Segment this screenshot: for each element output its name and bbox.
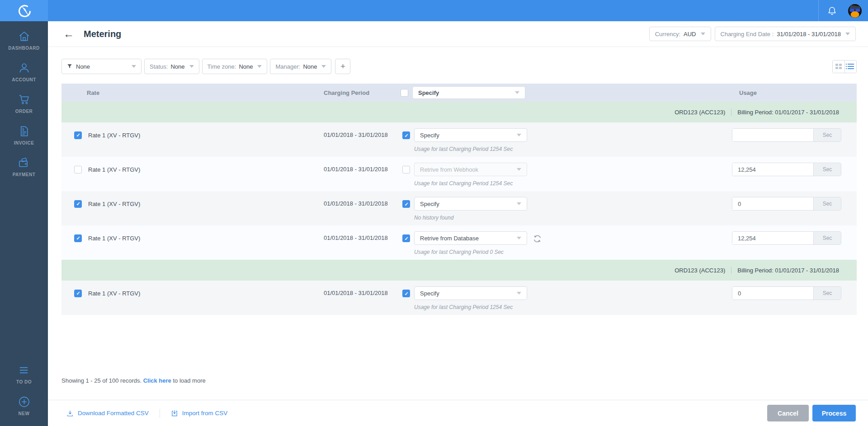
sec-unit-button[interactable]: Sec	[813, 287, 841, 300]
usage-method-value: Specify	[420, 201, 439, 207]
sidebar: DASHBOARD ACCOUNT ORDER $ INVOICE	[0, 21, 48, 426]
method-checkbox[interactable]	[402, 166, 410, 173]
sec-unit-button[interactable]: Sec	[813, 197, 841, 210]
usage-helper-text: No history found	[414, 215, 527, 221]
currency-select[interactable]: Currency: AUD	[649, 27, 711, 41]
sidebar-item-invoice[interactable]: $ INVOICE	[14, 125, 34, 145]
usage-input[interactable]	[732, 163, 813, 176]
load-more-link[interactable]: Click here	[143, 377, 171, 384]
todo-list-icon	[18, 364, 30, 376]
app-logo[interactable]	[0, 0, 48, 21]
usage-method-select[interactable]: Specify	[414, 197, 527, 211]
usage-method-select[interactable]: Specify	[414, 128, 527, 142]
page-header: ← Metering Currency: AUD Charging End Da…	[48, 21, 868, 47]
compass-logo-icon	[16, 3, 32, 19]
rate-name: Rate 1 (XV - RTGV)	[88, 235, 140, 242]
usage-method-select[interactable]: Specify	[414, 286, 527, 300]
method-checkbox[interactable]	[402, 200, 410, 208]
bottom-action-bar: Download Formatted CSV Import from CSV C…	[48, 400, 868, 426]
add-filter-button[interactable]: +	[335, 59, 350, 74]
process-button[interactable]: Process	[812, 405, 856, 421]
row-select-checkbox[interactable]	[74, 290, 82, 297]
sidebar-item-account[interactable]: ACCOUNT	[12, 62, 36, 82]
select-all-method-checkbox[interactable]	[401, 89, 408, 97]
bulk-usage-method-select[interactable]: Specify	[412, 86, 525, 99]
primary-filter-select[interactable]: None	[61, 59, 142, 74]
chevron-down-icon	[132, 65, 136, 68]
usage-field-group: Sec	[732, 231, 841, 245]
sidebar-item-order[interactable]: ORDER	[15, 94, 33, 114]
status-filter-label: Status:	[150, 63, 168, 70]
usage-helper-text: Usage for last Charging Period 1254 Sec	[414, 180, 527, 187]
cancel-button[interactable]: Cancel	[767, 405, 809, 421]
back-arrow-icon[interactable]: ←	[63, 28, 74, 39]
chevron-down-icon	[845, 33, 850, 35]
timezone-filter-select[interactable]: Time zone: None	[202, 59, 268, 74]
sec-unit-button[interactable]: Sec	[813, 129, 841, 141]
download-icon	[66, 410, 74, 417]
usage-method-select[interactable]: Retrive from Webhook	[414, 163, 527, 176]
sidebar-item-todo[interactable]: TO DO	[16, 364, 32, 384]
chevron-down-icon	[517, 237, 521, 239]
usage-input[interactable]	[732, 197, 813, 210]
row-select-checkbox[interactable]	[74, 166, 82, 173]
rate-name: Rate 1 (XV - RTGV)	[88, 290, 140, 297]
person-icon	[18, 62, 30, 74]
bulk-usage-method-value: Specify	[418, 89, 439, 96]
method-checkbox[interactable]	[402, 290, 410, 297]
chevron-down-icon	[701, 33, 705, 35]
method-checkbox[interactable]	[402, 131, 410, 139]
metering-table: Rate Charging Period Specify Usage ORD12…	[61, 84, 857, 315]
manager-filter-value: None	[303, 63, 317, 70]
chevron-down-icon	[517, 168, 521, 171]
usage-input[interactable]	[732, 287, 813, 300]
refresh-icon[interactable]	[533, 234, 542, 245]
sidebar-item-payment[interactable]: PAYMENT	[13, 157, 36, 177]
usage-input[interactable]	[732, 129, 813, 141]
usage-field-group: Sec	[732, 197, 841, 211]
billing-period: Billing Period: 01/01/2017 - 31/01/2018	[737, 109, 839, 116]
usage-method-value: Specify	[420, 290, 439, 297]
view-toggle	[832, 60, 857, 73]
download-csv-link[interactable]: Download Formatted CSV	[66, 410, 149, 417]
table-row: Rate 1 (XV - RTGV) 01/01/2018 - 31/01/20…	[61, 281, 857, 315]
sec-unit-button[interactable]: Sec	[813, 163, 841, 176]
filter-funnel-icon	[67, 64, 72, 69]
rate-name: Rate 1 (XV - RTGV)	[88, 132, 140, 139]
method-checkbox[interactable]	[402, 234, 410, 242]
header-controls: Currency: AUD Charging End Date : 31/01/…	[649, 27, 856, 41]
import-csv-link[interactable]: Import from CSV	[171, 410, 228, 417]
charging-period-column-header: Charging Period	[324, 89, 401, 96]
usage-input[interactable]	[732, 232, 813, 244]
usage-field-group: Sec	[732, 128, 841, 142]
table-row: Rate 1 (XV - RTGV) 01/01/2018 - 31/01/20…	[61, 157, 857, 191]
sec-unit-button[interactable]: Sec	[813, 232, 841, 244]
row-select-checkbox[interactable]	[74, 200, 82, 208]
timezone-filter-label: Time zone:	[208, 63, 236, 70]
row-select-checkbox[interactable]	[74, 131, 82, 139]
charging-end-date-select[interactable]: Charging End Date : 31/01/2018 - 31/01/2…	[715, 27, 856, 41]
row-select-checkbox[interactable]	[74, 234, 82, 242]
usage-method-select[interactable]: Retrive from Database	[414, 231, 527, 245]
status-filter-value: None	[170, 63, 184, 70]
records-summary-text: Showing 1 - 25 of 100 records.	[61, 377, 142, 384]
sidebar-item-new[interactable]: NEW	[18, 396, 30, 416]
records-summary: Showing 1 - 25 of 100 records. Click her…	[61, 377, 857, 384]
user-avatar[interactable]	[848, 4, 862, 18]
manager-filter-select[interactable]: Manager: None	[270, 59, 331, 74]
list-view-button[interactable]	[844, 61, 856, 73]
billing-period: Billing Period: 01/01/2017 - 31/01/2018	[737, 267, 839, 274]
group-divider	[731, 267, 731, 274]
charging-period-value: 01/01/2018 - 31/01/2018	[324, 197, 401, 211]
currency-value: AUD	[684, 31, 696, 37]
charging-period-value: 01/01/2018 - 31/01/2018	[324, 128, 401, 142]
penguin-avatar-icon	[848, 4, 862, 18]
grid-view-button[interactable]	[833, 61, 844, 73]
status-filter-select[interactable]: Status: None	[144, 59, 199, 74]
sidebar-item-label: INVOICE	[14, 140, 34, 145]
chevron-down-icon	[517, 292, 521, 295]
notifications-button[interactable]	[819, 0, 845, 21]
bar-actions: Cancel Process	[767, 405, 856, 421]
sidebar-item-dashboard[interactable]: DASHBOARD	[8, 30, 40, 51]
usage-field-group: Sec	[732, 286, 841, 300]
